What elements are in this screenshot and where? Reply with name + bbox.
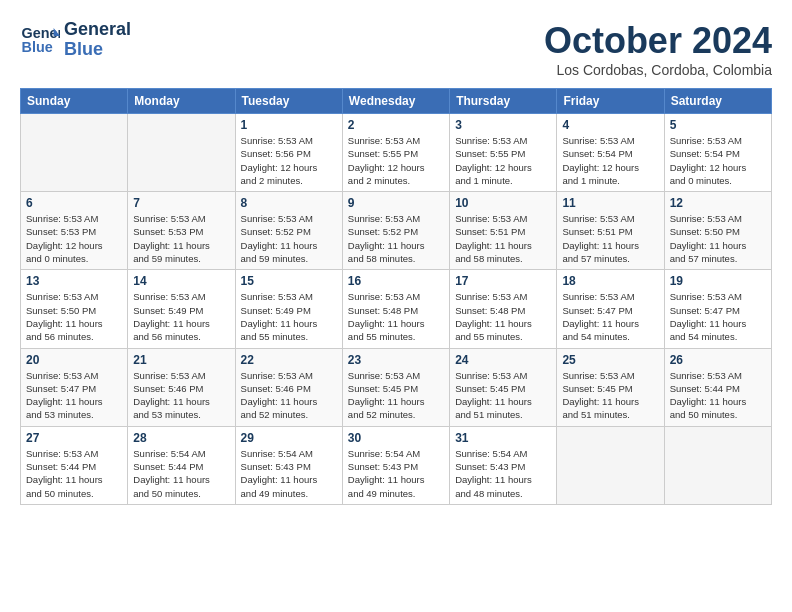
day-number: 22 (241, 353, 337, 367)
calendar-week-row: 27Sunrise: 5:53 AM Sunset: 5:44 PM Dayli… (21, 426, 772, 504)
calendar-day-cell: 3Sunrise: 5:53 AM Sunset: 5:55 PM Daylig… (450, 114, 557, 192)
calendar: SundayMondayTuesdayWednesdayThursdayFrid… (20, 88, 772, 505)
day-info: Sunrise: 5:53 AM Sunset: 5:44 PM Dayligh… (26, 447, 122, 500)
title-block: October 2024 Los Cordobas, Cordoba, Colo… (544, 20, 772, 78)
day-info: Sunrise: 5:53 AM Sunset: 5:54 PM Dayligh… (562, 134, 658, 187)
day-number: 19 (670, 274, 766, 288)
day-number: 30 (348, 431, 444, 445)
day-number: 11 (562, 196, 658, 210)
calendar-day-cell: 16Sunrise: 5:53 AM Sunset: 5:48 PM Dayli… (342, 270, 449, 348)
day-info: Sunrise: 5:53 AM Sunset: 5:53 PM Dayligh… (133, 212, 229, 265)
calendar-week-row: 1Sunrise: 5:53 AM Sunset: 5:56 PM Daylig… (21, 114, 772, 192)
day-info: Sunrise: 5:53 AM Sunset: 5:47 PM Dayligh… (562, 290, 658, 343)
day-info: Sunrise: 5:53 AM Sunset: 5:54 PM Dayligh… (670, 134, 766, 187)
day-info: Sunrise: 5:53 AM Sunset: 5:50 PM Dayligh… (670, 212, 766, 265)
day-info: Sunrise: 5:54 AM Sunset: 5:44 PM Dayligh… (133, 447, 229, 500)
day-info: Sunrise: 5:53 AM Sunset: 5:52 PM Dayligh… (241, 212, 337, 265)
calendar-day-cell: 22Sunrise: 5:53 AM Sunset: 5:46 PM Dayli… (235, 348, 342, 426)
calendar-day-cell: 12Sunrise: 5:53 AM Sunset: 5:50 PM Dayli… (664, 192, 771, 270)
calendar-day-cell: 17Sunrise: 5:53 AM Sunset: 5:48 PM Dayli… (450, 270, 557, 348)
calendar-day-cell: 23Sunrise: 5:53 AM Sunset: 5:45 PM Dayli… (342, 348, 449, 426)
day-info: Sunrise: 5:53 AM Sunset: 5:49 PM Dayligh… (241, 290, 337, 343)
weekday-header: Monday (128, 89, 235, 114)
day-number: 16 (348, 274, 444, 288)
calendar-day-cell: 4Sunrise: 5:53 AM Sunset: 5:54 PM Daylig… (557, 114, 664, 192)
calendar-day-cell (128, 114, 235, 192)
day-number: 15 (241, 274, 337, 288)
calendar-day-cell: 15Sunrise: 5:53 AM Sunset: 5:49 PM Dayli… (235, 270, 342, 348)
weekday-header: Wednesday (342, 89, 449, 114)
day-number: 10 (455, 196, 551, 210)
calendar-day-cell: 11Sunrise: 5:53 AM Sunset: 5:51 PM Dayli… (557, 192, 664, 270)
weekday-header: Thursday (450, 89, 557, 114)
logo: General Blue General Blue (20, 20, 131, 60)
day-info: Sunrise: 5:53 AM Sunset: 5:48 PM Dayligh… (455, 290, 551, 343)
calendar-day-cell: 25Sunrise: 5:53 AM Sunset: 5:45 PM Dayli… (557, 348, 664, 426)
day-number: 1 (241, 118, 337, 132)
day-number: 23 (348, 353, 444, 367)
calendar-day-cell: 9Sunrise: 5:53 AM Sunset: 5:52 PM Daylig… (342, 192, 449, 270)
day-info: Sunrise: 5:54 AM Sunset: 5:43 PM Dayligh… (241, 447, 337, 500)
calendar-day-cell: 24Sunrise: 5:53 AM Sunset: 5:45 PM Dayli… (450, 348, 557, 426)
calendar-day-cell: 10Sunrise: 5:53 AM Sunset: 5:51 PM Dayli… (450, 192, 557, 270)
calendar-day-cell (21, 114, 128, 192)
day-number: 21 (133, 353, 229, 367)
day-number: 27 (26, 431, 122, 445)
calendar-day-cell: 21Sunrise: 5:53 AM Sunset: 5:46 PM Dayli… (128, 348, 235, 426)
logo-line1: General (64, 20, 131, 40)
calendar-day-cell: 18Sunrise: 5:53 AM Sunset: 5:47 PM Dayli… (557, 270, 664, 348)
logo-text: General Blue (64, 20, 131, 60)
day-number: 31 (455, 431, 551, 445)
weekday-header: Sunday (21, 89, 128, 114)
day-number: 13 (26, 274, 122, 288)
calendar-day-cell: 20Sunrise: 5:53 AM Sunset: 5:47 PM Dayli… (21, 348, 128, 426)
day-number: 4 (562, 118, 658, 132)
calendar-day-cell: 13Sunrise: 5:53 AM Sunset: 5:50 PM Dayli… (21, 270, 128, 348)
day-number: 14 (133, 274, 229, 288)
logo-icon: General Blue (20, 20, 60, 60)
day-number: 24 (455, 353, 551, 367)
day-info: Sunrise: 5:53 AM Sunset: 5:52 PM Dayligh… (348, 212, 444, 265)
day-number: 26 (670, 353, 766, 367)
calendar-day-cell: 29Sunrise: 5:54 AM Sunset: 5:43 PM Dayli… (235, 426, 342, 504)
calendar-day-cell: 19Sunrise: 5:53 AM Sunset: 5:47 PM Dayli… (664, 270, 771, 348)
day-info: Sunrise: 5:53 AM Sunset: 5:56 PM Dayligh… (241, 134, 337, 187)
day-info: Sunrise: 5:53 AM Sunset: 5:45 PM Dayligh… (562, 369, 658, 422)
calendar-header-row: SundayMondayTuesdayWednesdayThursdayFrid… (21, 89, 772, 114)
day-info: Sunrise: 5:53 AM Sunset: 5:51 PM Dayligh… (455, 212, 551, 265)
location-subtitle: Los Cordobas, Cordoba, Colombia (544, 62, 772, 78)
calendar-day-cell: 6Sunrise: 5:53 AM Sunset: 5:53 PM Daylig… (21, 192, 128, 270)
day-info: Sunrise: 5:53 AM Sunset: 5:45 PM Dayligh… (455, 369, 551, 422)
calendar-day-cell: 1Sunrise: 5:53 AM Sunset: 5:56 PM Daylig… (235, 114, 342, 192)
weekday-header: Tuesday (235, 89, 342, 114)
day-number: 8 (241, 196, 337, 210)
calendar-week-row: 20Sunrise: 5:53 AM Sunset: 5:47 PM Dayli… (21, 348, 772, 426)
calendar-week-row: 6Sunrise: 5:53 AM Sunset: 5:53 PM Daylig… (21, 192, 772, 270)
day-number: 25 (562, 353, 658, 367)
day-number: 18 (562, 274, 658, 288)
day-number: 9 (348, 196, 444, 210)
day-number: 6 (26, 196, 122, 210)
calendar-day-cell (557, 426, 664, 504)
day-info: Sunrise: 5:53 AM Sunset: 5:44 PM Dayligh… (670, 369, 766, 422)
weekday-header: Saturday (664, 89, 771, 114)
day-info: Sunrise: 5:53 AM Sunset: 5:46 PM Dayligh… (241, 369, 337, 422)
day-info: Sunrise: 5:53 AM Sunset: 5:45 PM Dayligh… (348, 369, 444, 422)
calendar-day-cell: 8Sunrise: 5:53 AM Sunset: 5:52 PM Daylig… (235, 192, 342, 270)
day-info: Sunrise: 5:54 AM Sunset: 5:43 PM Dayligh… (348, 447, 444, 500)
day-info: Sunrise: 5:53 AM Sunset: 5:55 PM Dayligh… (348, 134, 444, 187)
day-number: 12 (670, 196, 766, 210)
calendar-day-cell: 14Sunrise: 5:53 AM Sunset: 5:49 PM Dayli… (128, 270, 235, 348)
day-number: 5 (670, 118, 766, 132)
calendar-day-cell: 5Sunrise: 5:53 AM Sunset: 5:54 PM Daylig… (664, 114, 771, 192)
day-info: Sunrise: 5:53 AM Sunset: 5:55 PM Dayligh… (455, 134, 551, 187)
day-number: 2 (348, 118, 444, 132)
calendar-day-cell: 2Sunrise: 5:53 AM Sunset: 5:55 PM Daylig… (342, 114, 449, 192)
calendar-day-cell: 27Sunrise: 5:53 AM Sunset: 5:44 PM Dayli… (21, 426, 128, 504)
calendar-week-row: 13Sunrise: 5:53 AM Sunset: 5:50 PM Dayli… (21, 270, 772, 348)
logo-line2: Blue (64, 40, 131, 60)
calendar-day-cell: 28Sunrise: 5:54 AM Sunset: 5:44 PM Dayli… (128, 426, 235, 504)
weekday-header: Friday (557, 89, 664, 114)
calendar-day-cell: 7Sunrise: 5:53 AM Sunset: 5:53 PM Daylig… (128, 192, 235, 270)
calendar-day-cell: 26Sunrise: 5:53 AM Sunset: 5:44 PM Dayli… (664, 348, 771, 426)
